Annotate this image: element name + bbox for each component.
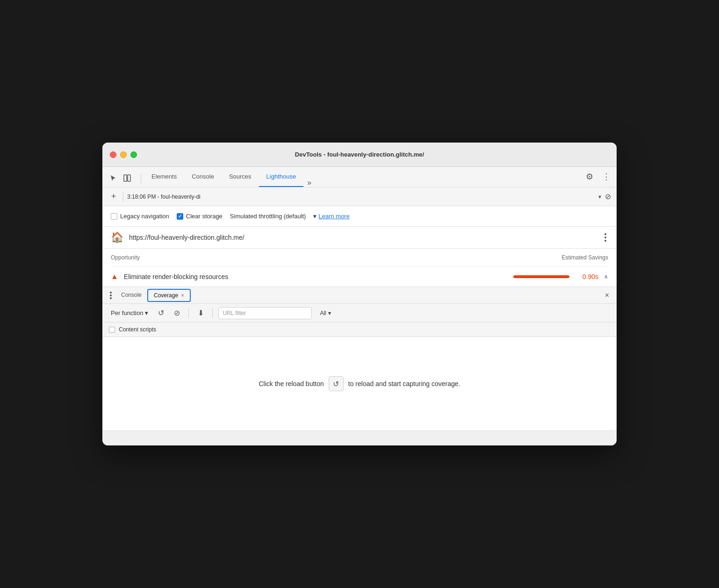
lighthouse-options: Legacy navigation Clear storage Simulate… — [111, 213, 608, 220]
url-display: https://foul-heavenly-direction.glitch.m… — [129, 234, 597, 241]
opportunity-bar — [513, 275, 569, 278]
tab-divider — [141, 174, 141, 183]
cursor-icon[interactable] — [108, 173, 118, 183]
download-button[interactable]: ⬇ — [194, 307, 207, 319]
content-scripts-label: Content scripts — [119, 326, 156, 333]
all-filter-chevron: ▾ — [328, 310, 331, 316]
panel-tab-coverage[interactable]: Coverage × — [147, 289, 191, 302]
opportunity-savings: 0.90s — [575, 273, 598, 280]
all-filter-dropdown[interactable]: All ▾ — [316, 308, 335, 318]
warning-icon: ▲ — [111, 272, 118, 281]
tab-sources[interactable]: Sources — [222, 166, 259, 187]
tab-bar-right: ⚙ ⋮ — [583, 170, 613, 187]
panels-icon[interactable] — [122, 173, 132, 183]
legacy-nav-label: Legacy navigation — [120, 213, 169, 220]
content-scripts-row: Content scripts — [102, 323, 617, 337]
traffic-lights — [110, 151, 137, 158]
throttling-dropdown[interactable]: ▾ Learn more — [313, 213, 349, 220]
inline-reload-button[interactable]: ↺ — [329, 376, 344, 391]
content-scripts-checkbox[interactable] — [109, 327, 115, 333]
clear-storage-label: Clear storage — [186, 213, 223, 220]
close-button[interactable] — [110, 151, 116, 158]
throttling-chevron: ▾ — [313, 213, 316, 220]
session-dropdown[interactable]: ▾ — [598, 194, 601, 200]
learn-more-link[interactable]: Learn more — [318, 213, 349, 220]
opportunity-title: Eliminate render-blocking resources — [124, 273, 508, 280]
svg-rect-0 — [124, 175, 127, 181]
reload-message-after: to reload and start capturing coverage. — [348, 380, 460, 387]
clear-storage-checkbox[interactable] — [177, 213, 183, 220]
toolbar-separator2 — [212, 308, 213, 318]
panel-menu-icon[interactable] — [106, 292, 115, 299]
devtools-window: DevTools - foul-heavenly-direction.glitc… — [102, 143, 617, 445]
more-options-button[interactable]: ⋮ — [600, 170, 613, 183]
opportunity-row: ▲ Eliminate render-blocking resources 0.… — [111, 266, 608, 287]
reload-message: Click the reload button ↺ to reload and … — [259, 376, 460, 391]
maximize-button[interactable] — [130, 151, 137, 158]
opportunity-header-right: Estimated Savings — [562, 254, 608, 261]
dot3 — [110, 297, 112, 299]
action-separator — [123, 192, 123, 201]
panel-tab-console[interactable]: Console — [115, 287, 147, 304]
tab-console[interactable]: Console — [184, 166, 222, 187]
panel-close-button[interactable]: × — [601, 291, 613, 300]
svg-rect-1 — [128, 175, 130, 181]
opportunity-section: Opportunity Estimated Savings ▲ Eliminat… — [102, 249, 617, 287]
session-timestamp: 3:18:06 PM - foul-heavenly-di — [127, 194, 595, 200]
clear-storage-group: Clear storage — [177, 213, 223, 220]
more-tabs-button[interactable]: » — [303, 179, 315, 187]
dot2 — [604, 237, 606, 238]
opportunity-header: Opportunity Estimated Savings — [111, 254, 608, 261]
per-function-label: Per function — [111, 309, 143, 316]
tab-elements[interactable]: Elements — [144, 166, 184, 187]
dot3 — [604, 240, 606, 242]
reload-message-before: Click the reload button — [259, 380, 324, 387]
new-tab-button[interactable]: + — [108, 191, 119, 202]
throttling-label: Simulated throttling (default) — [230, 213, 306, 220]
minimize-button[interactable] — [120, 151, 127, 158]
tab-lighthouse[interactable]: Lighthouse — [259, 166, 304, 187]
title-bar: DevTools - foul-heavenly-direction.glitc… — [102, 143, 617, 167]
clear-coverage-button[interactable]: ⊘ — [171, 307, 183, 319]
bottom-bar — [102, 430, 617, 445]
url-more-button[interactable] — [603, 231, 608, 244]
per-function-chevron: ▾ — [145, 309, 148, 316]
lighthouse-logo: 🏠 — [111, 231, 123, 244]
dot1 — [604, 233, 606, 235]
coverage-main-area: Click the reload button ↺ to reload and … — [102, 337, 617, 430]
reload-coverage-button[interactable]: ↺ — [155, 307, 167, 319]
dot2 — [110, 294, 112, 296]
settings-button[interactable]: ⚙ — [583, 170, 596, 183]
toolbar-separator1 — [188, 308, 189, 318]
tab-bar-icons — [106, 173, 136, 187]
window-title: DevTools - foul-heavenly-direction.glitc… — [295, 151, 424, 158]
url-filter-input[interactable] — [218, 307, 312, 319]
dot1 — [110, 292, 112, 294]
panel-tab-close-icon[interactable]: × — [181, 292, 184, 299]
tab-bar: Elements Console Sources Lighthouse » ⚙ … — [102, 167, 617, 187]
opportunity-expand-icon[interactable]: ∧ — [604, 273, 608, 280]
all-filter-label: All — [320, 310, 326, 316]
legacy-nav-group: Legacy navigation — [111, 213, 169, 220]
per-function-button[interactable]: Per function ▾ — [108, 308, 151, 318]
clear-button[interactable]: ⊘ — [605, 192, 611, 201]
bottom-panel: Console Coverage × × Per function ▾ ↺ ⊘ … — [102, 287, 617, 430]
lighthouse-options-section: Legacy navigation Clear storage Simulate… — [102, 206, 617, 227]
legacy-nav-checkbox[interactable] — [111, 213, 117, 220]
opportunity-header-left: Opportunity — [111, 254, 140, 261]
coverage-toolbar: Per function ▾ ↺ ⊘ ⬇ All ▾ — [102, 304, 617, 323]
url-row: 🏠 https://foul-heavenly-direction.glitch… — [102, 227, 617, 249]
coverage-tab-bar: Console Coverage × × — [102, 287, 617, 304]
action-bar: + 3:18:06 PM - foul-heavenly-di ▾ ⊘ — [102, 187, 617, 206]
